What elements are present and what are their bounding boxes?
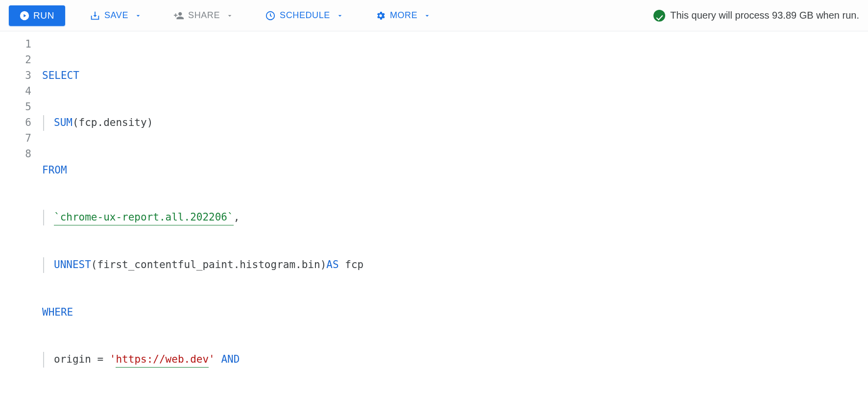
clock-icon xyxy=(265,10,276,21)
query-status: This query will process 93.89 GB when ru… xyxy=(653,10,859,22)
share-button[interactable]: SHARE xyxy=(167,6,241,25)
run-label: RUN xyxy=(33,10,54,21)
run-button[interactable]: RUN xyxy=(9,5,65,26)
chevron-down-icon xyxy=(336,12,344,20)
share-label: SHARE xyxy=(188,10,220,21)
save-label: SAVE xyxy=(104,10,128,21)
check-circle-icon xyxy=(653,10,665,22)
sql-editor[interactable]: 1 2 3 4 5 6 7 8 SELECT SUM(fcp.density) … xyxy=(0,31,868,395)
toolbar: RUN SAVE SHARE SCHEDULE MORE xyxy=(0,0,868,31)
code-area[interactable]: SELECT SUM(fcp.density) FROM `chrome-ux-… xyxy=(42,36,868,395)
chevron-down-icon xyxy=(134,12,142,20)
play-icon xyxy=(20,11,29,21)
more-label: MORE xyxy=(390,10,417,21)
schedule-label: SCHEDULE xyxy=(280,10,330,21)
save-icon xyxy=(90,10,100,21)
more-button[interactable]: MORE xyxy=(368,6,438,25)
gear-icon xyxy=(375,10,386,21)
chevron-down-icon xyxy=(423,12,431,20)
chevron-down-icon xyxy=(226,12,234,20)
status-text: This query will process 93.89 GB when ru… xyxy=(670,10,859,21)
schedule-button[interactable]: SCHEDULE xyxy=(258,6,351,25)
person-add-icon xyxy=(173,10,184,21)
line-gutter: 1 2 3 4 5 6 7 8 xyxy=(0,36,42,395)
save-button[interactable]: SAVE xyxy=(83,6,149,25)
